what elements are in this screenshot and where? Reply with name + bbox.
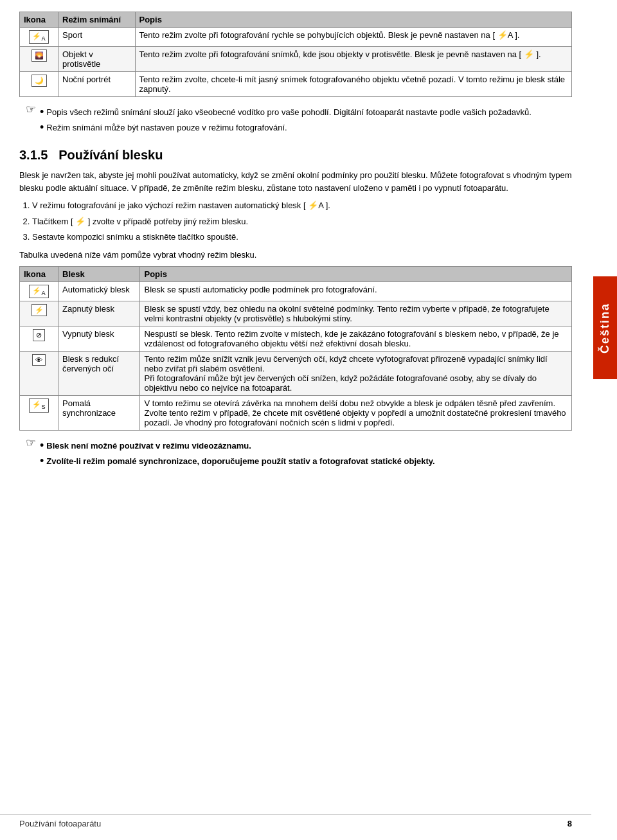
section-heading: 3.1.5 Používání blesku: [19, 148, 572, 163]
flash-row-auto: ⚡A Automatický blesk Blesk se spustí aut…: [20, 282, 572, 301]
desc-flash-on: Blesk se spustí vždy, bez ohledu na okol…: [140, 301, 572, 326]
table-row: 🌙 Noční portrét Tento režim zvolte, chce…: [20, 72, 572, 97]
bullet-1: • Popis všech režimů snímání slouží jako…: [40, 106, 532, 119]
flash-col-blesk: Blesk: [58, 267, 140, 282]
icon-night-portrait: 🌙: [20, 72, 58, 97]
col-ikona: Ikona: [20, 12, 58, 28]
page-content: Ikona Režim snímání Popis ⚡A Sport Tento…: [0, 0, 591, 515]
icon-flash-on: ⚡: [20, 301, 58, 326]
paragraph-2: Tabulka uvedená níže vám pomůže vybrat v…: [19, 249, 572, 262]
flash-row-slow: ⚡S Pomalá synchronizace V tomto režimu s…: [20, 396, 572, 431]
bullet-2: • Režim snímání může být nastaven pouze …: [40, 121, 532, 134]
paragraph-1: Blesk je navržen tak, abyste jej mohli p…: [19, 169, 572, 194]
bullet-dot-bottom-1: •: [40, 440, 44, 451]
table-row: 🌄 Objekt v protisvětle Tento režim zvolt…: [20, 47, 572, 72]
side-tab-language: Čeština: [593, 276, 617, 379]
icon-sport: ⚡A: [20, 28, 58, 47]
flash-col-popis: Popis: [140, 267, 572, 282]
desc-night-portrait: Tento režim zvolte, chcete-li mít jasný …: [135, 72, 572, 97]
desc-flash-off: Nespustí se blesk. Tento režim zvolte v …: [140, 326, 572, 352]
col-popis: Popis: [135, 12, 572, 28]
numbered-steps: V režimu fotografování je jako výchozí r…: [32, 199, 572, 244]
flash-row-on: ⚡ Zapnutý blesk Blesk se spustí vždy, be…: [20, 301, 572, 326]
section-title: Používání blesku: [58, 148, 163, 162]
bullet-dot-2: •: [40, 121, 44, 133]
note-text-2: Režim snímání může být nastaven pouze v …: [46, 121, 287, 134]
section-number: 3.1.5: [19, 148, 48, 162]
flash-col-ikona: Ikona: [20, 267, 58, 282]
mode-red-eye: Blesk s redukcí červených očí: [58, 352, 140, 396]
mode-flash-on: Zapnutý blesk: [58, 301, 140, 326]
mode-night-portrait: Noční portrét: [58, 72, 136, 97]
step-2: Tlačítkem [ ⚡ ] zvolte v případě potřeby…: [32, 215, 572, 228]
icon-auto-flash: ⚡A: [20, 282, 58, 301]
mode-slow-sync: Pomalá synchronizace: [58, 396, 140, 431]
flash-table: Ikona Blesk Popis ⚡A Automatický blesk B…: [19, 266, 572, 431]
note-content-1: • Popis všech režimů snímání slouží jako…: [40, 103, 532, 136]
note-block-bottom: ☞ • Blesk není možné používat v režimu v…: [26, 437, 572, 470]
table-row: ⚡A Sport Tento režim zvolte při fotograf…: [20, 28, 572, 47]
mode-sport: Sport: [58, 28, 136, 47]
icon-backlight: 🌄: [20, 47, 58, 72]
step-3: Sestavte kompozici snímku a stiskněte tl…: [32, 231, 572, 244]
bullet-bottom-2: • Zvolíte-li režim pomalé synchronizace,…: [40, 455, 435, 468]
col-rezim: Režim snímání: [58, 12, 136, 28]
mode-flash-off: Vypnutý blesk: [58, 326, 140, 352]
icon-flash-off: ⊘: [20, 326, 58, 352]
desc-auto-flash: Blesk se spustí automaticky podle podmín…: [140, 282, 572, 301]
bottom-note-2: Zvolíte-li režim pomalé synchronizace, d…: [46, 455, 434, 468]
flash-row-off: ⊘ Vypnutý blesk Nespustí se blesk. Tento…: [20, 326, 572, 352]
step-1: V režimu fotografování je jako výchozí r…: [32, 199, 572, 212]
desc-red-eye: Tento režim může snížit vznik jevu červe…: [140, 352, 572, 396]
note-text-1: Popis všech režimů snímání slouží jako v…: [46, 106, 531, 119]
flash-row-redeye: 👁 Blesk s redukcí červených očí Tento re…: [20, 352, 572, 396]
mode-auto-flash: Automatický blesk: [58, 282, 140, 301]
note-content-bottom: • Blesk není možné používat v režimu vid…: [40, 437, 435, 470]
footer-page: 8: [568, 819, 572, 828]
desc-sport: Tento režim zvolte při fotografování ryc…: [135, 28, 572, 47]
bullet-bottom-1: • Blesk není možné používat v režimu vid…: [40, 440, 435, 452]
page-footer: Používání fotoaparátu 8: [0, 814, 591, 828]
icon-red-eye: 👁: [20, 352, 58, 396]
mode-backlight: Objekt v protisvětle: [58, 47, 136, 72]
bottom-note-1: Blesk není možné používat v režimu video…: [46, 440, 251, 452]
icon-slow-sync: ⚡S: [20, 396, 58, 431]
desc-slow-sync: V tomto režimu se otevírá závěrka na mno…: [140, 396, 572, 431]
note-icon-bottom: ☞: [26, 436, 36, 450]
note-block-1: ☞ • Popis všech režimů snímání slouží ja…: [26, 103, 572, 136]
shooting-mode-table: Ikona Režim snímání Popis ⚡A Sport Tento…: [19, 12, 572, 97]
bullet-dot-bottom-2: •: [40, 455, 44, 467]
footer-left: Používání fotoaparátu: [19, 819, 101, 828]
bullet-dot-1: •: [40, 106, 44, 118]
desc-backlight: Tento režim zvolte při fotografování sní…: [135, 47, 572, 72]
note-icon-1: ☞: [26, 102, 36, 116]
